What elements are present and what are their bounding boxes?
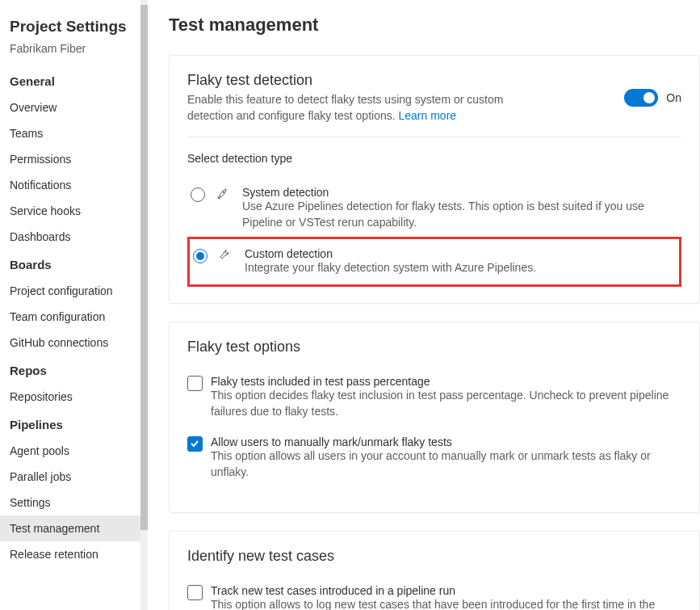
- flaky-options-card: Flaky test options Flaky tests included …: [169, 322, 700, 513]
- options-title: Flaky test options: [187, 339, 681, 355]
- identify-title-0: Track new test cases introduced in a pip…: [211, 584, 681, 597]
- scrollbar-thumb[interactable]: [140, 5, 148, 530]
- identify-card: Identify new test cases Track new test c…: [169, 531, 700, 610]
- sidebar-item-notifications[interactable]: Notifications: [0, 172, 148, 198]
- flaky-detection-card: Flaky test detection Enable this feature…: [169, 55, 700, 304]
- learn-more-link[interactable]: Learn more: [399, 109, 457, 122]
- radio-title: System detection: [242, 186, 678, 199]
- sidebar-group-boards: Boards: [0, 250, 148, 278]
- detection-option-system-detection[interactable]: System detectionUse Azure Pipelines dete…: [187, 179, 681, 237]
- option-row-1: Allow users to manually mark/unmark flak…: [187, 435, 681, 480]
- option-title-1: Allow users to manually mark/unmark flak…: [211, 435, 681, 448]
- sidebar-item-release-retention[interactable]: Release retention: [0, 541, 148, 567]
- identify-desc-0: This option allows to log new test cases…: [211, 597, 681, 610]
- sidebar-item-parallel-jobs[interactable]: Parallel jobs: [0, 464, 148, 490]
- option-desc-0: This option decides flaky test inclusion…: [211, 388, 681, 419]
- option-checkbox-0[interactable]: [187, 376, 203, 391]
- radio-1[interactable]: [193, 249, 207, 263]
- option-checkbox-1[interactable]: [187, 436, 203, 452]
- page-title: Test management: [169, 15, 700, 36]
- detection-toggle[interactable]: [624, 89, 658, 107]
- sidebar-item-overview[interactable]: Overview: [0, 95, 148, 120]
- wrench-icon: [219, 249, 233, 264]
- option-title-0: Flaky tests included in test pass percen…: [211, 375, 681, 388]
- identify-row-0: Track new test cases introduced in a pip…: [187, 584, 681, 610]
- radio-desc: Use Azure Pipelines detection for flaky …: [242, 199, 678, 230]
- detection-option-custom-detection[interactable]: Custom detectionIntegrate your flaky det…: [187, 237, 681, 287]
- sidebar-item-test-management[interactable]: Test management: [0, 515, 148, 541]
- sidebar-item-teams[interactable]: Teams: [0, 120, 148, 146]
- sidebar-item-service-hooks[interactable]: Service hooks: [0, 198, 148, 224]
- sidebar-item-settings[interactable]: Settings: [0, 490, 148, 515]
- radio-title: Custom detection: [245, 247, 676, 260]
- radio-0[interactable]: [191, 187, 205, 202]
- sidebar-item-repositories[interactable]: Repositories: [0, 384, 148, 410]
- detection-title: Flaky test detection: [187, 72, 534, 89]
- sidebar: Project Settings Fabrikam Fiber GeneralO…: [0, 0, 148, 610]
- identify-title: Identify new test cases: [187, 548, 681, 565]
- sidebar-item-dashboards[interactable]: Dashboards: [0, 224, 148, 250]
- select-detection-label: Select detection type: [187, 152, 681, 165]
- detection-description: Enable this feature to detect flaky test…: [187, 92, 534, 124]
- option-row-0: Flaky tests included in test pass percen…: [187, 375, 681, 419]
- sidebar-group-pipelines: Pipelines: [0, 410, 148, 438]
- toggle-label: On: [666, 91, 681, 104]
- identify-checkbox-0[interactable]: [187, 585, 203, 600]
- sidebar-item-project-configuration[interactable]: Project configuration: [0, 278, 148, 304]
- scrollbar-track[interactable]: [140, 0, 148, 610]
- sidebar-item-team-configuration[interactable]: Team configuration: [0, 304, 148, 330]
- sidebar-item-agent-pools[interactable]: Agent pools: [0, 438, 148, 464]
- sidebar-item-permissions[interactable]: Permissions: [0, 146, 148, 172]
- main-content: Test management Flaky test detection Ena…: [148, 0, 700, 610]
- detection-toggle-wrap: On: [624, 89, 681, 107]
- sidebar-project-name: Fabrikam Fiber: [0, 42, 148, 66]
- sidebar-group-repos: Repos: [0, 355, 148, 384]
- sidebar-group-general: General: [0, 66, 148, 95]
- divider: [187, 137, 681, 137]
- radio-desc: Integrate your flaky detection system wi…: [245, 260, 676, 276]
- sidebar-item-github-connections[interactable]: GitHub connections: [0, 330, 148, 355]
- rocket-icon: [216, 187, 231, 203]
- option-desc-1: This option allows all users in your acc…: [211, 448, 681, 480]
- sidebar-title: Project Settings: [0, 13, 148, 42]
